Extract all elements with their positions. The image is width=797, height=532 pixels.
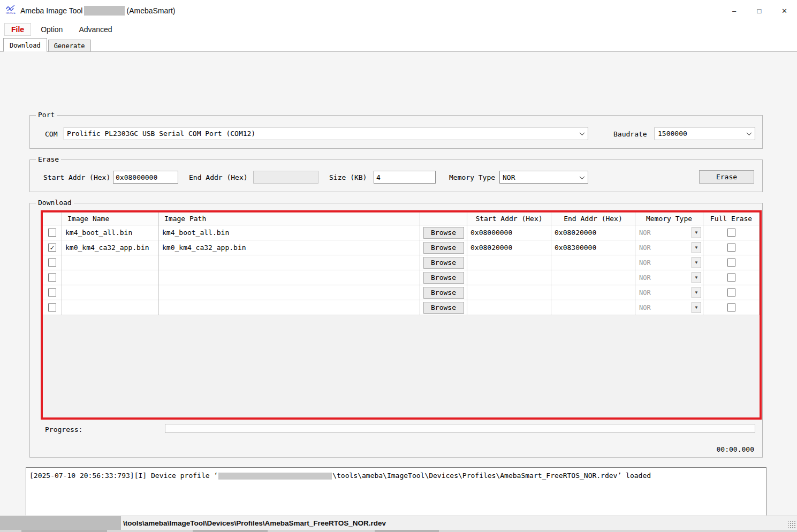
close-button[interactable]: ✕ [772, 0, 797, 21]
chevron-down-icon[interactable]: ▼ [692, 257, 701, 268]
table-row: Browse NOR▼ [43, 285, 760, 300]
table-row: Browse NOR▼ [43, 255, 760, 270]
image-name-cell[interactable] [62, 270, 159, 285]
table-row: Browse NOR▼ [43, 270, 760, 285]
header-start-addr: Start Addr (Hex) [467, 212, 551, 225]
erase-button[interactable]: Erase [699, 170, 754, 184]
chevron-down-icon [576, 176, 588, 179]
chevron-down-icon [576, 132, 588, 135]
menu-file[interactable]: File [4, 23, 31, 36]
full-erase-checkbox[interactable] [727, 273, 735, 282]
redaction-block [218, 473, 332, 480]
menu-advanced[interactable]: Advanced [72, 24, 118, 35]
tab-generate[interactable]: Generate [48, 40, 91, 52]
browse-button[interactable]: Browse [423, 242, 464, 254]
end-addr-cell[interactable] [551, 255, 635, 270]
tab-download[interactable]: Download [3, 38, 47, 52]
image-name-cell[interactable] [62, 255, 159, 270]
resize-grip-icon[interactable] [788, 521, 796, 529]
log-line-suffix: \tools\ameba\ImageTool\Devices\Profiles\… [332, 472, 651, 480]
chevron-down-icon[interactable]: ▼ [692, 287, 701, 298]
maximize-button[interactable]: □ [747, 0, 772, 21]
memory-type-dropdown[interactable]: NOR▼ [637, 227, 701, 238]
status-bar: \tools\ameba\ImageTool\Devices\Profiles\… [0, 515, 797, 530]
image-name-cell[interactable] [62, 300, 159, 315]
image-path-cell[interactable] [159, 270, 420, 285]
com-port-dropdown[interactable]: Prolific PL2303GC USB Serial COM Port (C… [64, 127, 588, 140]
browse-button[interactable]: Browse [423, 227, 464, 239]
full-erase-checkbox[interactable] [727, 229, 735, 237]
memory-type-dropdown[interactable]: NOR▼ [637, 302, 701, 313]
row-select-checkbox[interactable] [48, 273, 56, 282]
row-select-checkbox[interactable] [48, 259, 56, 267]
full-erase-checkbox[interactable] [727, 288, 735, 297]
title-bar: IMAGE Ameba Image Tool (AmebaSmart) – □ … [0, 0, 797, 21]
log-line-prefix: [2025-07-10 20:56:33:793][I] Device prof… [29, 472, 218, 480]
chevron-down-icon[interactable]: ▼ [692, 242, 701, 253]
annotation-highlight: Image Name Image Path Start Addr (Hex) E… [41, 210, 762, 420]
image-path-cell[interactable] [159, 285, 420, 300]
image-path-cell[interactable]: km0_km4_ca32_app.bin [159, 240, 420, 255]
window-controls: – □ ✕ [722, 0, 797, 21]
memory-type-dropdown[interactable]: NOR▼ [637, 287, 701, 298]
table-row: ✓ km0_km4_ca32_app.bin km0_km4_ca32_app.… [43, 240, 760, 255]
header-image-path: Image Path [159, 212, 420, 225]
table-row: Browse NOR▼ [43, 300, 760, 315]
full-erase-checkbox[interactable] [727, 259, 735, 267]
end-addr-cell[interactable] [551, 300, 635, 315]
full-erase-checkbox[interactable] [727, 244, 735, 252]
image-name-cell[interactable]: km0_km4_ca32_app.bin [62, 240, 159, 255]
browse-button[interactable]: Browse [423, 257, 464, 269]
image-path-cell[interactable]: km4_boot_all.bin [159, 225, 420, 240]
memory-type-dropdown[interactable]: NOR▼ [637, 242, 701, 253]
image-name-cell[interactable] [62, 285, 159, 300]
start-addr-cell[interactable] [467, 285, 551, 300]
row-select-checkbox[interactable] [48, 288, 56, 297]
browse-button[interactable]: Browse [423, 287, 464, 299]
erase-memory-type-dropdown[interactable]: NOR [499, 171, 588, 184]
image-path-cell[interactable] [159, 255, 420, 270]
header-image-name: Image Name [62, 212, 159, 225]
progress-bar [165, 424, 755, 433]
full-erase-checkbox[interactable] [727, 303, 735, 311]
chevron-down-icon[interactable]: ▼ [692, 227, 701, 238]
start-addr-cell[interactable] [467, 300, 551, 315]
browse-button[interactable]: Browse [423, 302, 464, 314]
menu-option[interactable]: Option [34, 24, 69, 35]
end-addr-cell[interactable]: 0x08020000 [551, 225, 635, 240]
end-addr-cell[interactable] [551, 285, 635, 300]
baudrate-dropdown[interactable]: 1500000 [655, 127, 755, 140]
start-addr-cell[interactable]: 0x08000000 [467, 225, 551, 240]
erase-size-input[interactable] [374, 171, 436, 184]
row-select-checkbox[interactable] [48, 303, 56, 311]
row-select-checkbox[interactable] [48, 229, 56, 237]
erase-end-addr-input [253, 171, 318, 184]
chevron-down-icon[interactable]: ▼ [692, 272, 701, 283]
image-path-cell[interactable] [159, 300, 420, 315]
memory-type-dropdown[interactable]: NOR▼ [637, 257, 701, 268]
start-addr-cell[interactable] [467, 270, 551, 285]
end-addr-cell[interactable]: 0x08300000 [551, 240, 635, 255]
end-addr-cell[interactable] [551, 270, 635, 285]
chevron-down-icon [743, 132, 755, 135]
erase-end-addr-label: End Addr (Hex) [189, 173, 248, 181]
row-select-checkbox[interactable]: ✓ [48, 244, 56, 252]
elapsed-timer: 00:00.000 [717, 445, 754, 453]
port-groupbox: Port COM Prolific PL2303GC USB Serial CO… [29, 115, 763, 149]
memory-type-dropdown[interactable]: NOR▼ [637, 272, 701, 283]
minimize-button[interactable]: – [722, 0, 747, 21]
erase-start-addr-label: Start Addr (Hex) [43, 173, 110, 181]
profile-path: \tools\ameba\ImageTool\Devices\Profiles\… [123, 519, 386, 527]
erase-start-addr-input[interactable] [113, 171, 178, 184]
chevron-down-icon[interactable]: ▼ [692, 302, 701, 313]
com-port-value: Prolific PL2303GC USB Serial COM Port (C… [64, 130, 576, 138]
image-name-cell[interactable]: km4_boot_all.bin [62, 225, 159, 240]
start-addr-cell[interactable]: 0x08020000 [467, 240, 551, 255]
background-window-sliver [0, 530, 797, 532]
header-memory-type: Memory Type [635, 212, 703, 225]
table-empty-area [43, 315, 760, 417]
start-addr-cell[interactable] [467, 255, 551, 270]
browse-button[interactable]: Browse [423, 272, 464, 284]
app-icon: IMAGE [4, 4, 17, 18]
header-select [43, 212, 62, 225]
